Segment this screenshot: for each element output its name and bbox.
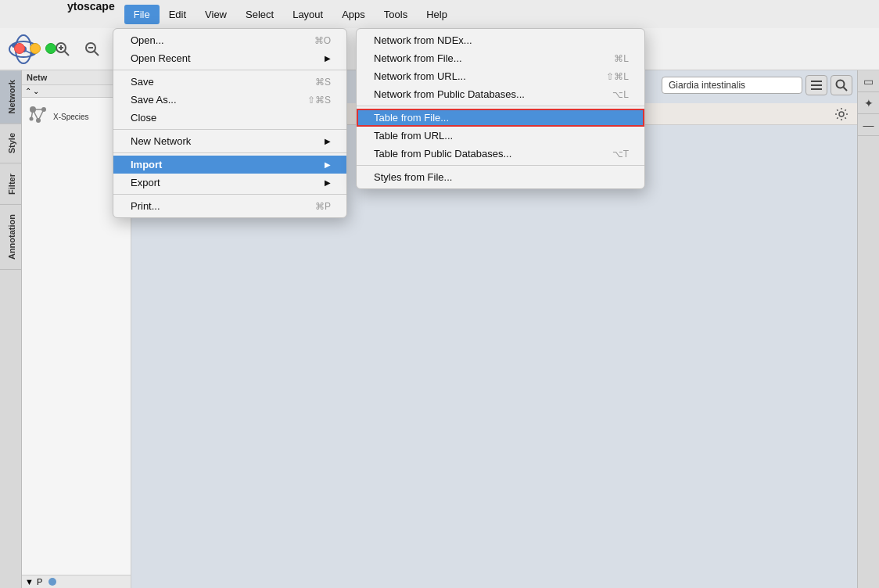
menu-item-open-recent[interactable]: Open Recent ▶ [113,49,346,67]
svg-point-35 [837,81,845,88]
import-network-url-label: Network from URL... [374,70,466,82]
import-table-public-label: Table from Public Databases... [374,148,511,160]
sub-panel-arrow: ▼ [25,577,34,586]
sidebar-tab-filter[interactable]: Filter [0,164,21,205]
import-table-file-label: Table from File... [374,112,449,124]
network-item-label: X-Species [53,113,89,122]
menu-item-save-label: Save [131,76,154,88]
menu-item-print-label: Print... [131,200,160,212]
maximize-window-button[interactable] [45,43,56,54]
menu-item-open-recent-arrow: ▶ [325,54,331,63]
right-tab-minus[interactable]: — [858,114,880,136]
sidebar-tab-annotation[interactable]: Annotation [0,205,21,270]
menu-item-open-label: Open... [131,34,164,46]
svg-line-12 [95,51,99,56]
canvas-top-bar: Giardia intestinalis [662,75,852,95]
import-table-file[interactable]: Table from File... [357,109,644,127]
svg-point-37 [839,112,844,117]
menu-item-save-as[interactable]: Save As... ⇧⌘S [113,91,346,109]
window-frame: ytoscape File Edit View Select Layout Ap… [0,0,879,588]
import-submenu-dropdown: Network from NDEx... Network from File..… [356,28,645,189]
right-tabs: ▭ ✦ — [857,70,879,588]
app-name: ytoscape [58,0,124,28]
menu-item-save-shortcut: ⌘S [315,77,331,88]
menu-item-open[interactable]: Open... ⌘O [113,31,346,49]
close-window-button[interactable] [14,43,25,54]
menu-item-export-label: Export [131,177,160,188]
import-network-public[interactable]: Network from Public Databases... ⌥L [357,85,644,103]
settings-gear-button[interactable] [832,105,851,124]
import-network-public-shortcut: ⌥L [612,89,629,100]
import-network-file-label: Network from File... [374,52,462,64]
import-styles-file-label: Styles from File... [374,171,452,183]
zoom-out-button[interactable] [78,35,106,63]
menu-select[interactable]: Select [236,5,283,24]
sub-panel-tab-label: P [37,577,42,586]
network-item-icon [27,103,50,131]
traffic-lights [6,34,64,63]
menu-edit[interactable]: Edit [160,5,196,24]
svg-line-8 [65,51,70,56]
left-sidebar: Network Style Filter Annotation [0,70,22,588]
file-menu-sep-4 [113,194,346,195]
menu-item-import[interactable]: Import ▶ [113,156,346,174]
menu-item-import-arrow: ▶ [325,160,331,169]
import-network-ndex[interactable]: Network from NDEx... [357,31,644,49]
import-network-file-shortcut: ⌘L [614,53,629,64]
hamburger-menu-button[interactable] [805,75,827,95]
import-table-public[interactable]: Table from Public Databases... ⌥T [357,145,644,163]
collapse-up-arrow[interactable]: ⌃ [25,87,31,95]
svg-line-36 [844,88,848,91]
menu-item-print-shortcut: ⌘P [315,201,331,212]
menu-view[interactable]: View [196,5,236,24]
import-network-url-shortcut: ⇧⌘L [606,71,629,82]
menu-item-export[interactable]: Export ▶ [113,174,346,192]
menu-item-save-as-label: Save As... [131,94,177,106]
import-network-url[interactable]: Network from URL... ⇧⌘L [357,67,644,85]
import-sep-1 [357,106,644,106]
file-menu-sep-3 [113,152,346,153]
file-menu-sep-2 [113,129,346,130]
menu-help[interactable]: Help [417,5,457,24]
import-sep-2 [357,165,644,166]
menu-layout[interactable]: Layout [283,5,332,24]
import-table-public-shortcut: ⌥T [612,149,629,160]
menu-item-open-recent-label: Open Recent [131,52,191,64]
organism-search-input[interactable]: Giardia intestinalis [662,77,802,94]
network-panel-title: Netw [27,73,47,82]
menu-item-new-network-arrow: ▶ [325,137,331,145]
import-styles-file[interactable]: Styles from File... [357,168,644,186]
import-table-url[interactable]: Table from URL... [357,127,644,145]
menu-tools[interactable]: Tools [375,5,417,24]
menu-item-new-network-label: New Network [131,135,191,147]
menu-item-import-label: Import [131,159,162,170]
file-menu-sep-1 [113,70,346,70]
menu-item-save[interactable]: Save ⌘S [113,73,346,91]
sidebar-tab-network[interactable]: Network [0,70,21,124]
menu-item-close-label: Close [131,112,156,124]
node-indicator [48,578,56,586]
import-network-ndex-label: Network from NDEx... [374,34,472,46]
menu-file[interactable]: File [124,5,160,24]
menubar: ytoscape File Edit View Select Layout Ap… [0,0,879,28]
expand-arrow[interactable]: ⌄ [33,87,39,95]
menu-apps[interactable]: Apps [332,5,375,24]
import-table-url-label: Table from URL... [374,130,453,142]
menu-item-export-arrow: ▶ [325,178,331,187]
menu-item-save-as-shortcut: ⇧⌘S [307,95,331,106]
menu-item-print[interactable]: Print... ⌘P [113,197,346,215]
import-network-file[interactable]: Network from File... ⌘L [357,49,644,67]
menu-item-close[interactable]: Close [113,109,346,127]
right-tab-rect[interactable]: ▭ [858,70,880,92]
menu-item-open-shortcut: ⌘O [314,35,331,46]
sidebar-tab-style[interactable]: Style [0,124,21,163]
svg-line-29 [33,109,38,120]
import-network-public-label: Network from Public Databases... [374,88,525,100]
search-button[interactable] [831,75,852,95]
menu-item-new-network[interactable]: New Network ▶ [113,132,346,150]
minimize-window-button[interactable] [30,43,41,54]
svg-line-30 [38,109,44,120]
sub-panel-toggle[interactable]: ▼ P [22,575,131,588]
file-menu-dropdown: Open... ⌘O Open Recent ▶ Save ⌘S Save As… [113,28,347,218]
right-tab-pin[interactable]: ✦ [858,92,880,114]
